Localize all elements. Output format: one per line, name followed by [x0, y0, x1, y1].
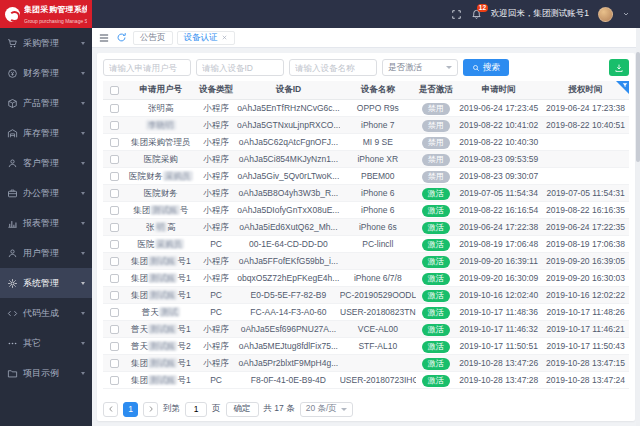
filter-corner-button[interactable]	[616, 81, 629, 94]
tab-1[interactable]: 设备认证	[177, 31, 235, 45]
sidebar-item-6[interactable]: 报表管理	[0, 208, 92, 238]
product-icon	[7, 98, 18, 109]
device-id-cell: FC-AA-14-F3-A0-60	[237, 303, 340, 320]
notification-bell[interactable]: 12	[471, 9, 482, 20]
chevron-down-icon	[81, 132, 85, 135]
device-name-cell	[340, 354, 416, 371]
active-filter-select[interactable]: 是否激活	[382, 59, 458, 76]
chevron-down-icon	[81, 312, 85, 315]
table-row: 医院采购员PC00-1E-64-CD-DD-D0PC-lincll激活2019-…	[103, 235, 629, 252]
sidebar-item-2[interactable]: 产品管理	[0, 88, 92, 118]
sidebar-item-10[interactable]: 其它	[0, 328, 92, 358]
scrollbar[interactable]	[636, 28, 640, 426]
sidebar-item-5[interactable]: 办公管理	[0, 178, 92, 208]
device-name-cell: OPPO R9s	[340, 99, 416, 116]
sidebar-item-1[interactable]: 财务管理	[0, 58, 92, 88]
apply-user-input[interactable]	[103, 59, 191, 76]
export-button[interactable]	[609, 59, 629, 76]
goto-page-input[interactable]	[185, 402, 207, 417]
tab-label: 设备认证	[184, 32, 218, 44]
scrollbar-thumb[interactable]	[636, 52, 640, 162]
user-cell: 医院财务采购员	[127, 167, 195, 184]
page-button-1[interactable]: 1	[123, 402, 138, 417]
sidebar-item-11[interactable]: 项目示例	[0, 358, 92, 388]
sidebar-item-0[interactable]: 采购管理	[0, 28, 92, 58]
device-name-cell: PBEM00	[340, 167, 416, 184]
sidebar-item-9[interactable]: 代码生成	[0, 298, 92, 328]
device-name-input[interactable]	[289, 59, 377, 76]
page-size-select[interactable]: 20 条/页	[300, 402, 353, 417]
tab-0[interactable]: 公告页	[133, 31, 173, 45]
prev-page-button[interactable]	[103, 402, 118, 417]
row-checkbox[interactable]	[110, 138, 119, 147]
status-cell: 激活	[416, 184, 455, 201]
code-icon	[7, 308, 18, 319]
row-checkbox[interactable]	[110, 308, 119, 317]
auth-time-cell: 2019-10-17 11:46:21	[542, 320, 629, 337]
device-id-input[interactable]	[196, 59, 284, 76]
fullscreen-icon[interactable]	[451, 9, 462, 20]
table-row: 集团测试账号1小程序obqxO5Z72hEpFKegE4h...iPhone 6…	[103, 269, 629, 286]
status-badge: 禁用	[422, 137, 450, 149]
status-cell: 激活	[416, 337, 455, 354]
sidebar-item-7[interactable]: 用户管理	[0, 238, 92, 268]
device-name-cell: MI 9 SE	[340, 133, 416, 150]
avatar[interactable]	[598, 7, 613, 22]
sidebar-item-3[interactable]: 库存管理	[0, 118, 92, 148]
apply-time-cell: 2019-09-20 16:39:11	[455, 252, 542, 269]
apply-time-cell: 2019-08-23 09:53:59	[455, 150, 542, 167]
status-badge: 禁用	[422, 171, 450, 183]
auth-time-cell: 2019-06-24 17:23:38	[542, 99, 629, 116]
device-name-cell: USER-20180723IHG	[340, 371, 416, 388]
device-table: 申请用户号设备类型设备ID设备名称是否激活申请时间授权时间张明高小程序oAhJa…	[103, 81, 629, 389]
sidebar-item-8[interactable]: 系统管理	[0, 268, 92, 298]
row-checkbox[interactable]	[110, 376, 119, 385]
status-badge: 激活	[422, 205, 450, 217]
sidebar-toggle-icon[interactable]	[98, 32, 110, 44]
row-checkbox[interactable]	[110, 359, 119, 368]
row-checkbox[interactable]	[110, 291, 119, 300]
sidebar-item-label: 项目示例	[23, 367, 59, 380]
device-id-cell: oAhJa5Esf696PNU27A...	[237, 320, 340, 337]
row-checkbox[interactable]	[110, 257, 119, 266]
device-name-cell: iPhone 6s	[340, 218, 416, 235]
row-checkbox[interactable]	[110, 172, 119, 181]
row-checkbox[interactable]	[110, 155, 119, 164]
chevron-down-icon	[81, 102, 85, 105]
device-type-cell: 小程序	[195, 150, 237, 167]
confirm-page-button[interactable]: 确定	[226, 402, 259, 417]
row-checkbox[interactable]	[110, 104, 119, 113]
chevron-right-icon	[147, 405, 155, 413]
apply-time-cell: 2019-06-24 17:23:45	[455, 99, 542, 116]
sidebar-item-label: 报表管理	[23, 217, 59, 230]
chevron-down-icon	[81, 222, 85, 225]
customer-icon	[7, 158, 18, 169]
row-checkbox[interactable]	[110, 325, 119, 334]
table-row: 医院采购小程序oAhJa5Ci854MKJyNzn1...iPhone XR禁用…	[103, 150, 629, 167]
auth-time-cell: 2019-07-05 11:54:31	[542, 184, 629, 201]
row-checkbox[interactable]	[110, 223, 119, 232]
content-area: 是否激活 搜索 申请用户号设备类型设备ID设备名称是否激活申请时间授权时间张明高…	[92, 48, 640, 426]
search-button[interactable]: 搜索	[463, 59, 509, 76]
device-type-cell: 小程序	[195, 201, 237, 218]
apply-time-cell: 2019-10-28 13:47:28	[455, 371, 542, 388]
sidebar-item-4[interactable]: 客户管理	[0, 148, 92, 178]
next-page-button[interactable]	[143, 402, 158, 417]
device-type-cell: PC	[195, 371, 237, 388]
row-checkbox[interactable]	[110, 121, 119, 130]
refresh-icon[interactable]	[116, 32, 127, 43]
status-badge: 禁用	[422, 154, 450, 166]
close-icon[interactable]	[221, 34, 228, 41]
row-checkbox[interactable]	[110, 274, 119, 283]
select-all-checkbox[interactable]	[110, 86, 119, 95]
table-row: 普天测试PCFC-AA-14-F3-A0-60USER-20180823TN激活…	[103, 303, 629, 320]
apply-time-cell: 2019-08-23 09:30:07	[455, 167, 542, 184]
chevron-down-icon	[81, 162, 85, 165]
goto-suffix: 页	[212, 403, 221, 415]
user-menu-caret-icon[interactable]	[622, 10, 630, 18]
row-checkbox[interactable]	[110, 206, 119, 215]
row-checkbox[interactable]	[110, 189, 119, 198]
row-checkbox[interactable]	[110, 342, 119, 351]
user-cell: 医院采购	[127, 150, 195, 167]
row-checkbox[interactable]	[110, 240, 119, 249]
